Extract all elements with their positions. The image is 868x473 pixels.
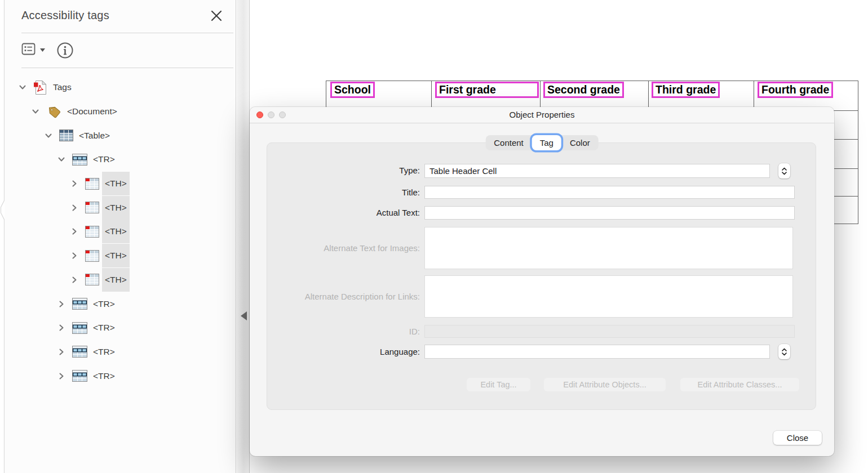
up-down-arrows-icon	[781, 348, 787, 356]
info-icon	[56, 42, 74, 60]
title-label: Title:	[284, 187, 420, 198]
close-icon	[210, 10, 224, 23]
tree-item-label: <Document>	[67, 106, 117, 117]
table-row-icon	[72, 370, 87, 382]
close-button[interactable]: Close	[773, 431, 822, 445]
list-view-icon	[21, 42, 37, 56]
table-header-icon	[85, 178, 99, 190]
table-header-highlight[interactable]: Fourth grade	[758, 82, 833, 98]
chevron-right-icon[interactable]	[70, 275, 79, 284]
table-row-icon	[72, 346, 87, 358]
table-header-highlight[interactable]: First grade	[435, 82, 539, 98]
tree-item-th[interactable]: <TH>	[5, 172, 236, 196]
panel-close-button[interactable]	[210, 10, 224, 23]
tags-tree: Tags <Document> <Table> <TR> <TH>	[5, 75, 236, 388]
chevron-down-icon[interactable]	[18, 83, 27, 92]
tree-item-th[interactable]: <TH>	[5, 268, 236, 292]
info-button[interactable]	[56, 42, 74, 60]
tree-item-table[interactable]: <Table>	[5, 123, 236, 148]
zoom-window-button[interactable]	[279, 111, 286, 118]
up-down-arrows-icon	[781, 167, 787, 175]
table-header-highlight[interactable]: School	[330, 82, 375, 98]
tab-content[interactable]: Content	[485, 135, 532, 150]
dialog-tab-bar: ContentTagColor	[485, 135, 599, 150]
tree-item-tr[interactable]: <TR>	[5, 316, 236, 340]
chevron-down-icon[interactable]	[57, 155, 66, 164]
chevron-right-icon[interactable]	[57, 300, 66, 309]
tree-item-label: Tags	[53, 82, 72, 92]
table-row-icon	[72, 322, 87, 334]
tree-item-label: <TH>	[102, 244, 130, 267]
table-row-icon	[72, 154, 87, 166]
tree-item-tags[interactable]: Tags	[5, 75, 236, 100]
tree-item-label: <TR>	[93, 154, 115, 164]
tree-item-label: <TH>	[102, 268, 130, 292]
chevron-right-icon[interactable]	[70, 227, 79, 236]
edit-attribute-objects-button: Edit Attribute Objects...	[544, 378, 666, 391]
type-stepper[interactable]	[778, 163, 790, 179]
table-header-highlight[interactable]: Third grade	[652, 82, 720, 98]
chevron-right-icon[interactable]	[57, 372, 66, 381]
chevron-right-icon[interactable]	[70, 203, 79, 212]
table-icon	[59, 130, 73, 141]
chevron-right-icon[interactable]	[57, 323, 66, 332]
tag-icon	[46, 104, 61, 119]
minimize-window-button[interactable]	[268, 111, 274, 118]
id-input	[424, 325, 795, 338]
alt-desc-links-textarea	[424, 275, 793, 318]
tree-item-label: <TH>	[102, 172, 130, 195]
tab-color[interactable]: Color	[561, 135, 599, 150]
table-header-icon	[85, 274, 99, 285]
tab-tag[interactable]: Tag	[532, 135, 561, 150]
tag-options-button[interactable]	[21, 42, 46, 56]
app-screen: Accessibility tags	[0, 0, 868, 473]
tree-item-th[interactable]: <TH>	[5, 195, 236, 220]
chevron-right-icon[interactable]	[70, 251, 79, 260]
tree-item-label: <Table>	[79, 131, 110, 141]
language-select[interactable]	[424, 345, 770, 359]
alt-text-images-label: Alternate Text for Images:	[284, 243, 420, 254]
language-label: Language:	[284, 346, 420, 358]
header-text: First grade	[435, 82, 539, 98]
tree-item-tr[interactable]: <TR>	[5, 364, 236, 388]
table-header-highlight[interactable]: Second grade	[543, 82, 624, 98]
panel-resize-gutter[interactable]	[237, 0, 250, 473]
panel-title: Accessibility tags	[21, 9, 109, 22]
tree-item-label: <TH>	[102, 220, 130, 243]
header-text: Third grade	[652, 82, 720, 98]
tree-item-label: <TH>	[102, 196, 130, 220]
pdf-icon	[33, 80, 47, 95]
dialog-titlebar[interactable]: Object Properties	[250, 107, 834, 123]
title-input[interactable]	[424, 186, 795, 199]
object-properties-dialog: Object Properties ContentTagColor Type: …	[250, 107, 834, 456]
edit-attribute-classes-button: Edit Attribute Classes...	[680, 378, 799, 391]
language-stepper[interactable]	[778, 344, 790, 359]
tree-item-tr[interactable]: <TR>	[5, 292, 236, 316]
table-row-icon	[72, 298, 87, 310]
chevron-down-icon[interactable]	[44, 131, 53, 140]
type-select[interactable]: Table Header Cell	[424, 164, 770, 178]
tree-item-document[interactable]: <Document>	[5, 100, 236, 124]
tree-item-label: <TR>	[93, 299, 115, 309]
tree-item-th[interactable]: <TH>	[5, 220, 236, 244]
table-header-icon	[85, 250, 99, 262]
edit-tag-button: Edit Tag...	[467, 378, 530, 391]
tree-item-th[interactable]: <TH>	[5, 244, 236, 268]
close-window-button[interactable]	[256, 111, 263, 118]
actual-text-input[interactable]	[424, 206, 795, 220]
accessibility-tags-panel: Accessibility tags	[5, 0, 236, 473]
tree-item-tr[interactable]: <TR>	[5, 340, 236, 364]
chevron-right-icon[interactable]	[70, 179, 79, 188]
chevron-down-icon[interactable]	[31, 107, 40, 116]
table-header-icon	[85, 226, 99, 238]
type-label: Type:	[284, 165, 420, 176]
tree-item-label: <TR>	[93, 347, 115, 357]
divider	[21, 33, 233, 33]
header-text: School	[330, 82, 375, 98]
chevron-right-icon[interactable]	[57, 347, 66, 356]
actual-text-label: Actual Text:	[284, 207, 420, 218]
tree-item-label: <TR>	[93, 323, 115, 333]
dropdown-caret-icon	[40, 48, 46, 52]
tree-item-tr[interactable]: <TR>	[5, 148, 236, 172]
collapse-panel-button[interactable]	[241, 311, 247, 320]
